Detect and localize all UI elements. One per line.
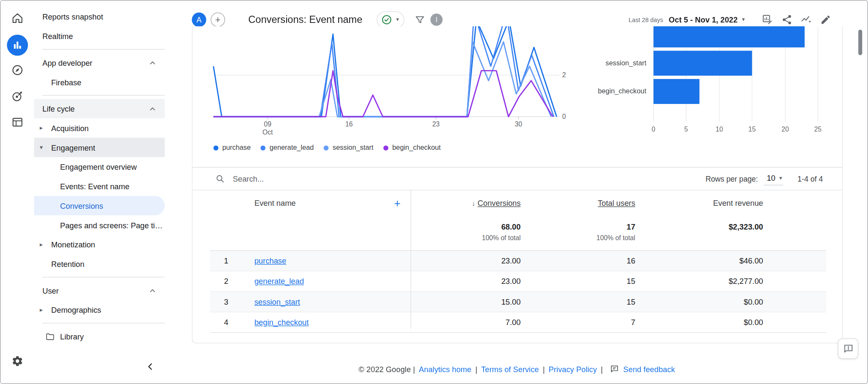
column-header-total-users[interactable]: Total users [520, 199, 635, 207]
cell-total-users: 15 [520, 297, 635, 306]
table-search-input[interactable] [232, 174, 400, 184]
svg-text:2: 2 [562, 71, 566, 78]
svg-text:session_start: session_start [606, 59, 647, 67]
column-header-conversions[interactable]: ↓Conversions [411, 199, 521, 207]
sidebar-item-engagement-overview[interactable]: Engagement overview [34, 157, 164, 177]
filter-icon [415, 14, 426, 25]
collapse-sidebar-button[interactable] [144, 361, 157, 374]
sidebar-section-label: Life cycle [42, 104, 75, 113]
sidebar-item-demographics[interactable]: ▸ Demographics [34, 300, 164, 320]
event-name-link[interactable]: begin_checkout [254, 318, 309, 327]
bar-chart-icon [7, 35, 28, 56]
insights-icon [800, 14, 812, 26]
sidebar-item-label: Realtime [42, 31, 73, 40]
footer: © 2022 Google | Analytics home | Terms o… [165, 364, 868, 374]
sidebar-divider [42, 95, 165, 95]
pagination-range: 1-4 of 4 [798, 174, 823, 183]
sidebar-item-conversions[interactable]: Conversions [34, 196, 164, 216]
search-icon [215, 174, 225, 184]
sidebar-item-firebase[interactable]: Firebase [34, 72, 164, 92]
svg-text:30: 30 [515, 121, 523, 128]
send-feedback-link[interactable]: Send feedback [623, 364, 675, 373]
sidebar-divider [42, 49, 165, 50]
totals-total-users: 17 [520, 222, 635, 232]
sidebar-item-pages-and-screens[interactable]: Pages and screens: Page ti… [34, 215, 164, 235]
sort-descending-icon: ↓ [472, 199, 475, 207]
account-avatar[interactable]: A [192, 12, 206, 27]
cell-total-users: 7 [520, 318, 635, 327]
identity-chip[interactable]: I [431, 14, 443, 26]
table-column-divider [411, 189, 411, 329]
svg-text:16: 16 [345, 121, 353, 128]
sidebar-item-retention[interactable]: Retention [34, 254, 164, 274]
scrollbar-thumb[interactable] [858, 30, 862, 55]
sidebar-item-label: Demographics [51, 306, 101, 314]
sidebar-divider [42, 323, 165, 323]
events-table-module: Rows per page: 10 ▾ 1-4 of 4 Event name … [192, 167, 842, 333]
sidebar-item-label: Retention [51, 259, 84, 268]
insights-button[interactable] [800, 14, 812, 26]
sidebar-section-app-developer[interactable]: App developer [34, 53, 164, 73]
report-card: 2 0 09 Oct 16 23 30 purchase generate_le… [192, 26, 843, 343]
cell-event-revenue: $0.00 [635, 297, 763, 306]
sidebar-item-label: Acquisition [51, 123, 89, 132]
legend-dot-icon [384, 145, 389, 150]
filter-button[interactable] [415, 14, 426, 25]
sidebar-item-library[interactable]: Library [34, 327, 164, 346]
gear-icon [11, 355, 24, 370]
sidebar-item-events-event-name[interactable]: Events: Event name [34, 177, 164, 196]
sidebar-item-label: Monetization [51, 240, 95, 249]
legend-dot-icon [324, 145, 329, 150]
analytics-home-link[interactable]: Analytics home [419, 364, 471, 373]
customize-report-button[interactable] [762, 14, 774, 26]
sidebar-item-label: Engagement [51, 143, 95, 152]
reports-nav-button[interactable] [1, 35, 34, 56]
privacy-policy-link[interactable]: Privacy Policy [549, 364, 597, 373]
home-nav-button[interactable] [1, 8, 34, 30]
svg-text:Oct: Oct [262, 129, 273, 136]
rows-per-page-select[interactable]: 10 ▾ [763, 172, 783, 185]
chevron-left-icon [145, 361, 156, 373]
share-icon [782, 14, 793, 25]
report-sidebar: Reports snapshot Realtime App developer … [34, 1, 164, 384]
chevron-down-icon: ▾ [742, 17, 745, 22]
configure-nav-button[interactable] [1, 113, 34, 134]
add-dimension-button[interactable]: + [394, 197, 401, 208]
share-button[interactable] [782, 14, 793, 25]
check-circle-icon [381, 14, 392, 25]
sidebar-item-label: Library [60, 332, 84, 341]
sidebar-item-reports-snapshot[interactable]: Reports snapshot [34, 7, 164, 26]
feedback-fab[interactable] [838, 338, 858, 359]
event-name-link[interactable]: generate_lead [254, 277, 304, 286]
date-range-value[interactable]: Oct 5 - Nov 1, 2022 [669, 15, 738, 24]
edit-button[interactable] [820, 14, 831, 25]
sidebar-divider [42, 277, 165, 277]
cell-event-revenue: $0.00 [635, 318, 763, 327]
terms-of-service-link[interactable]: Terms of Service [481, 364, 539, 373]
event-name-link[interactable]: purchase [254, 256, 286, 265]
advertising-nav-button[interactable] [1, 87, 34, 108]
svg-text:23: 23 [432, 121, 440, 128]
column-header-event-name[interactable]: Event name + [242, 197, 410, 208]
sidebar-item-realtime[interactable]: Realtime [34, 26, 164, 46]
sidebar-section-life-cycle[interactable]: Life cycle [34, 99, 164, 118]
feedback-alert-icon [843, 343, 854, 354]
line-chart: 2 0 09 Oct 16 23 30 [203, 26, 569, 151]
copyright-text: © 2022 Google | [359, 364, 415, 373]
sidebar-item-engagement[interactable]: ▾ Engagement [34, 138, 164, 157]
chevron-up-icon [147, 286, 158, 296]
configure-icon [11, 115, 24, 131]
settings-button[interactable] [1, 355, 34, 370]
explore-nav-button[interactable] [1, 61, 34, 82]
totals-total-users-pct: 100% of total [520, 234, 635, 242]
event-name-link[interactable]: session_start [254, 297, 300, 306]
add-comparison-button[interactable]: + [211, 12, 225, 27]
report-status-chip[interactable]: ▾ [377, 11, 404, 28]
column-header-event-revenue[interactable]: Event revenue [635, 199, 763, 207]
rows-per-page-label: Rows per page: [706, 174, 758, 183]
row-number: 4 [210, 318, 242, 327]
sidebar-item-monetization[interactable]: ▸ Monetization [34, 235, 164, 254]
sidebar-item-acquisition[interactable]: ▸ Acquisition [34, 118, 164, 138]
sidebar-section-user[interactable]: User [34, 281, 164, 300]
plus-icon: + [215, 15, 221, 24]
